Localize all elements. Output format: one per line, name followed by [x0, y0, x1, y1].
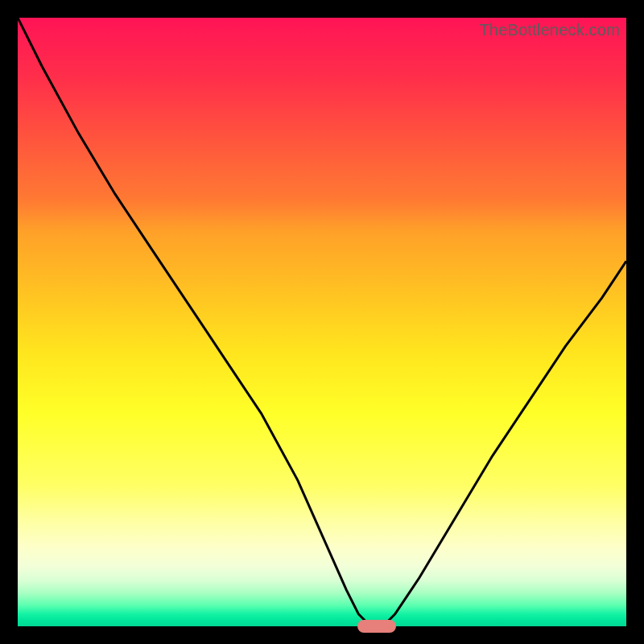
bottleneck-curve	[18, 18, 626, 626]
curve-path	[18, 18, 626, 626]
watermark-text: TheBottleneck.com	[479, 21, 620, 39]
plot-area: TheBottleneck.com	[18, 18, 626, 626]
optimum-marker	[357, 620, 396, 633]
chart-frame: TheBottleneck.com	[0, 0, 644, 644]
